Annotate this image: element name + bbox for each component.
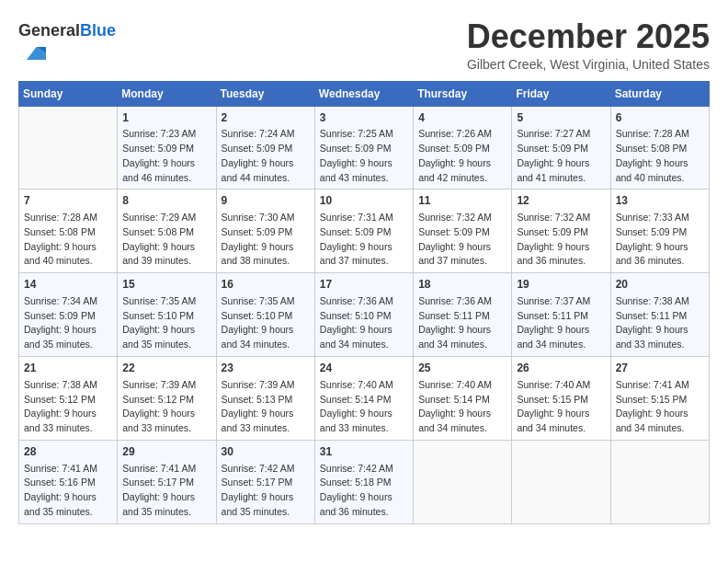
header-wednesday: Wednesday bbox=[314, 81, 413, 106]
location-subtitle: Gilbert Creek, West Virginia, United Sta… bbox=[467, 57, 710, 72]
day-number: 13 bbox=[616, 193, 704, 209]
day-info: Sunrise: 7:40 AMSunset: 5:14 PMDaylight:… bbox=[418, 378, 506, 436]
page-header: GeneralBlue December 2025 Gilbert Creek,… bbox=[18, 18, 710, 72]
day-number: 24 bbox=[320, 361, 408, 376]
day-number: 29 bbox=[122, 444, 210, 460]
calendar-week-row: 1Sunrise: 7:23 AMSunset: 5:09 PMDaylight… bbox=[19, 106, 710, 190]
day-info: Sunrise: 7:39 AMSunset: 5:12 PMDaylight:… bbox=[122, 378, 210, 436]
logo-blue-text: Blue bbox=[80, 21, 116, 40]
calendar-day-cell bbox=[512, 440, 610, 523]
day-info: Sunrise: 7:26 AMSunset: 5:09 PMDaylight:… bbox=[418, 127, 506, 185]
header-saturday: Saturday bbox=[610, 81, 709, 106]
header-tuesday: Tuesday bbox=[216, 81, 314, 106]
day-number: 23 bbox=[222, 361, 310, 376]
calendar-day-cell: 24Sunrise: 7:40 AMSunset: 5:14 PMDayligh… bbox=[314, 356, 413, 440]
day-number: 3 bbox=[320, 110, 408, 126]
calendar-day-cell: 2Sunrise: 7:24 AMSunset: 5:09 PMDaylight… bbox=[216, 106, 314, 190]
calendar-day-cell: 17Sunrise: 7:36 AMSunset: 5:10 PMDayligh… bbox=[314, 273, 413, 357]
day-number: 17 bbox=[320, 277, 408, 293]
day-info: Sunrise: 7:34 AMSunset: 5:09 PMDaylight:… bbox=[24, 294, 112, 352]
day-info: Sunrise: 7:36 AMSunset: 5:11 PMDaylight:… bbox=[418, 294, 506, 352]
day-info: Sunrise: 7:28 AMSunset: 5:08 PMDaylight:… bbox=[24, 211, 112, 269]
day-number: 7 bbox=[24, 193, 112, 209]
calendar-day-cell: 31Sunrise: 7:42 AMSunset: 5:18 PMDayligh… bbox=[314, 440, 413, 523]
day-number: 20 bbox=[616, 277, 704, 293]
day-number: 26 bbox=[517, 361, 605, 376]
day-number: 25 bbox=[418, 361, 506, 376]
header-sunday: Sunday bbox=[19, 81, 118, 106]
day-info: Sunrise: 7:41 AMSunset: 5:16 PMDaylight:… bbox=[24, 462, 112, 520]
calendar-week-row: 14Sunrise: 7:34 AMSunset: 5:09 PMDayligh… bbox=[19, 273, 710, 357]
day-number: 5 bbox=[517, 110, 605, 126]
day-info: Sunrise: 7:35 AMSunset: 5:10 PMDaylight:… bbox=[122, 294, 210, 352]
day-info: Sunrise: 7:39 AMSunset: 5:13 PMDaylight:… bbox=[222, 378, 310, 436]
day-info: Sunrise: 7:28 AMSunset: 5:08 PMDaylight:… bbox=[616, 127, 704, 185]
calendar-day-cell: 30Sunrise: 7:42 AMSunset: 5:17 PMDayligh… bbox=[216, 440, 314, 523]
calendar-day-cell: 11Sunrise: 7:32 AMSunset: 5:09 PMDayligh… bbox=[414, 190, 512, 273]
calendar-day-cell: 27Sunrise: 7:41 AMSunset: 5:15 PMDayligh… bbox=[610, 356, 709, 440]
day-info: Sunrise: 7:41 AMSunset: 5:15 PMDaylight:… bbox=[616, 378, 704, 436]
calendar-week-row: 28Sunrise: 7:41 AMSunset: 5:16 PMDayligh… bbox=[19, 440, 710, 523]
calendar-day-cell: 23Sunrise: 7:39 AMSunset: 5:13 PMDayligh… bbox=[216, 356, 314, 440]
header-thursday: Thursday bbox=[414, 81, 512, 106]
logo-icon bbox=[20, 40, 46, 66]
day-number: 30 bbox=[222, 444, 310, 460]
calendar-table: Sunday Monday Tuesday Wednesday Thursday… bbox=[18, 81, 710, 524]
calendar-day-cell: 7Sunrise: 7:28 AMSunset: 5:08 PMDaylight… bbox=[19, 190, 118, 273]
calendar-day-cell: 22Sunrise: 7:39 AMSunset: 5:12 PMDayligh… bbox=[118, 356, 216, 440]
calendar-day-cell: 9Sunrise: 7:30 AMSunset: 5:09 PMDaylight… bbox=[216, 190, 314, 273]
day-number: 31 bbox=[320, 444, 408, 460]
calendar-day-cell: 18Sunrise: 7:36 AMSunset: 5:11 PMDayligh… bbox=[414, 273, 512, 357]
logo-general-text: General bbox=[18, 21, 80, 40]
calendar-day-cell bbox=[610, 440, 709, 523]
header-monday: Monday bbox=[118, 81, 216, 106]
day-info: Sunrise: 7:29 AMSunset: 5:08 PMDaylight:… bbox=[122, 211, 210, 269]
calendar-day-cell bbox=[19, 106, 118, 190]
day-info: Sunrise: 7:32 AMSunset: 5:09 PMDaylight:… bbox=[517, 211, 605, 269]
day-number: 22 bbox=[122, 361, 210, 376]
calendar-day-cell: 25Sunrise: 7:40 AMSunset: 5:14 PMDayligh… bbox=[414, 356, 512, 440]
day-info: Sunrise: 7:42 AMSunset: 5:18 PMDaylight:… bbox=[320, 462, 408, 520]
day-info: Sunrise: 7:40 AMSunset: 5:15 PMDaylight:… bbox=[517, 378, 605, 436]
day-number: 1 bbox=[122, 110, 210, 126]
day-info: Sunrise: 7:33 AMSunset: 5:09 PMDaylight:… bbox=[616, 211, 704, 269]
calendar-day-cell: 12Sunrise: 7:32 AMSunset: 5:09 PMDayligh… bbox=[512, 190, 610, 273]
day-info: Sunrise: 7:35 AMSunset: 5:10 PMDaylight:… bbox=[222, 294, 310, 352]
day-info: Sunrise: 7:31 AMSunset: 5:09 PMDaylight:… bbox=[320, 211, 408, 269]
calendar-day-cell: 8Sunrise: 7:29 AMSunset: 5:08 PMDaylight… bbox=[118, 190, 216, 273]
day-number: 6 bbox=[616, 110, 704, 126]
calendar-header-row: Sunday Monday Tuesday Wednesday Thursday… bbox=[19, 81, 710, 106]
day-info: Sunrise: 7:36 AMSunset: 5:10 PMDaylight:… bbox=[320, 294, 408, 352]
day-info: Sunrise: 7:24 AMSunset: 5:09 PMDaylight:… bbox=[222, 127, 310, 185]
calendar-day-cell: 5Sunrise: 7:27 AMSunset: 5:09 PMDaylight… bbox=[512, 106, 610, 190]
day-number: 14 bbox=[24, 277, 112, 293]
calendar-day-cell: 13Sunrise: 7:33 AMSunset: 5:09 PMDayligh… bbox=[610, 190, 709, 273]
day-info: Sunrise: 7:32 AMSunset: 5:09 PMDaylight:… bbox=[418, 211, 506, 269]
calendar-week-row: 21Sunrise: 7:38 AMSunset: 5:12 PMDayligh… bbox=[19, 356, 710, 440]
logo: GeneralBlue bbox=[18, 22, 116, 70]
header-friday: Friday bbox=[512, 81, 610, 106]
calendar-day-cell: 3Sunrise: 7:25 AMSunset: 5:09 PMDaylight… bbox=[314, 106, 413, 190]
day-number: 21 bbox=[24, 361, 112, 376]
day-number: 4 bbox=[418, 110, 506, 126]
calendar-day-cell: 21Sunrise: 7:38 AMSunset: 5:12 PMDayligh… bbox=[19, 356, 118, 440]
calendar-day-cell: 4Sunrise: 7:26 AMSunset: 5:09 PMDaylight… bbox=[414, 106, 512, 190]
calendar-day-cell: 6Sunrise: 7:28 AMSunset: 5:08 PMDaylight… bbox=[610, 106, 709, 190]
day-number: 8 bbox=[122, 193, 210, 209]
calendar-day-cell: 26Sunrise: 7:40 AMSunset: 5:15 PMDayligh… bbox=[512, 356, 610, 440]
calendar-day-cell: 28Sunrise: 7:41 AMSunset: 5:16 PMDayligh… bbox=[19, 440, 118, 523]
day-info: Sunrise: 7:27 AMSunset: 5:09 PMDaylight:… bbox=[517, 127, 605, 185]
day-number: 16 bbox=[222, 277, 310, 293]
calendar-day-cell: 10Sunrise: 7:31 AMSunset: 5:09 PMDayligh… bbox=[314, 190, 413, 273]
calendar-day-cell bbox=[414, 440, 512, 523]
day-info: Sunrise: 7:38 AMSunset: 5:11 PMDaylight:… bbox=[616, 294, 704, 352]
calendar-day-cell: 16Sunrise: 7:35 AMSunset: 5:10 PMDayligh… bbox=[216, 273, 314, 357]
calendar-day-cell: 19Sunrise: 7:37 AMSunset: 5:11 PMDayligh… bbox=[512, 273, 610, 357]
day-number: 18 bbox=[418, 277, 506, 293]
day-info: Sunrise: 7:30 AMSunset: 5:09 PMDaylight:… bbox=[222, 211, 310, 269]
calendar-day-cell: 1Sunrise: 7:23 AMSunset: 5:09 PMDaylight… bbox=[118, 106, 216, 190]
title-block: December 2025 Gilbert Creek, West Virgin… bbox=[467, 18, 710, 72]
day-number: 28 bbox=[24, 444, 112, 460]
day-info: Sunrise: 7:37 AMSunset: 5:11 PMDaylight:… bbox=[517, 294, 605, 352]
day-info: Sunrise: 7:41 AMSunset: 5:17 PMDaylight:… bbox=[122, 462, 210, 520]
